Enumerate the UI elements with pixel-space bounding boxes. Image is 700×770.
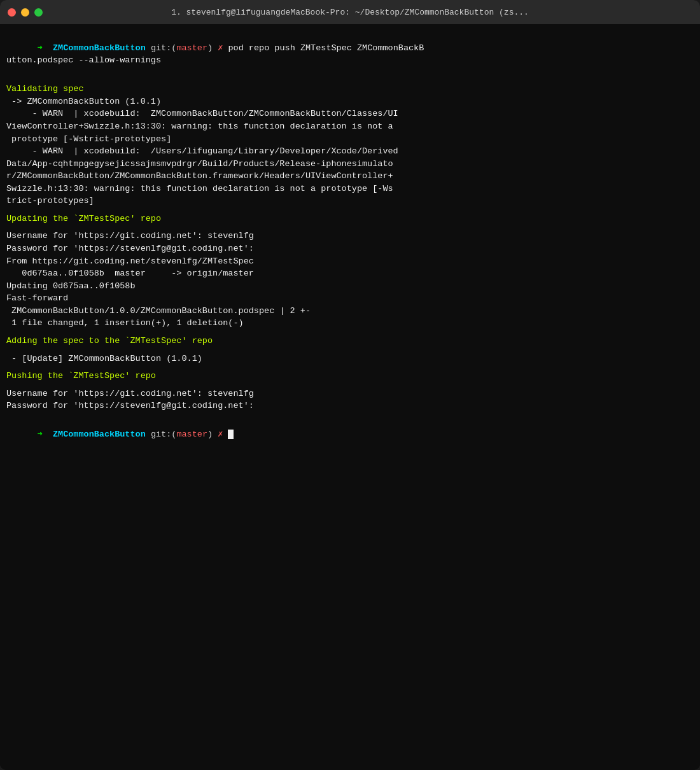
podspec-change-line: ZMCommonBackButton/1.0.0/ZMCommonBackBut… [6, 305, 694, 318]
pushing-header: Pushing the `ZMTestSpec' repo [6, 370, 694, 382]
prompt-branch-1: master [176, 43, 207, 53]
prompt-git-label-2: git: [146, 430, 172, 439]
validating-spec-header: Validating spec [6, 83, 694, 95]
updating-header: Updating the `ZMTestSpec' repo [6, 213, 694, 225]
spec-version-line: -> ZMCommonBackButton (1.0.1) [6, 95, 694, 108]
prompt-dir-2: ZMCommonBackButton [53, 430, 146, 439]
prompt-dir-1: ZMCommonBackButton [53, 43, 146, 53]
terminal-body[interactable]: ➜ ZMCommonBackButton git:(master) ✗ pod … [0, 24, 700, 770]
username-line-1: Username for 'https://git.coding.net': s… [6, 230, 694, 242]
prompt-line-1: ➜ ZMCommonBackButton git:(master) ✗ pod … [6, 29, 694, 79]
password-line-2: Password for 'https://stevenlfg@git.codi… [6, 400, 694, 412]
prompt-arrow-1: ➜ [38, 43, 53, 53]
updating-commit-line: Updating 0d675aa..0f1058b [6, 280, 694, 293]
from-line: From https://git.coding.net/stevenlfg/ZM… [6, 255, 694, 268]
password-line-1: Password for 'https://stevenlfg@git.codi… [6, 242, 694, 255]
prompt-x-2: ✗ [213, 430, 223, 439]
prompt-branch-close-1: ) [207, 43, 213, 53]
prompt-line-2: ➜ ZMCommonBackButton git:(master) ✗ [6, 416, 694, 454]
username-line-2: Username for 'https://git.coding.net': s… [6, 388, 694, 400]
prompt-x-1: ✗ [213, 43, 223, 53]
warn-line-2: - WARN | xcodebuild: /Users/lifuguang/Li… [6, 145, 694, 207]
prompt-branch-close-2: ) [207, 430, 213, 439]
warn-line-1: - WARN | xcodebuild: ZMCommonBackButton/… [6, 108, 694, 145]
adding-header: Adding the spec to the `ZMTestSpec' repo [6, 335, 694, 347]
close-button[interactable] [8, 8, 16, 17]
fast-forward-line: Fast-forward [6, 292, 694, 305]
window-title: 1. stevenlfg@lifuguangdeMacBook-Pro: ~/D… [171, 8, 529, 17]
prompt-arrow-2: ➜ [38, 430, 53, 439]
file-changed-line: 1 file changed, 1 insertion(+), 1 deleti… [6, 317, 694, 330]
titlebar: 1. stevenlfg@lifuguangdeMacBook-Pro: ~/D… [0, 0, 700, 24]
prompt-cursor-area [223, 430, 228, 439]
traffic-lights [8, 8, 43, 17]
commit-range-line: 0d675aa..0f1058b master -> origin/master [6, 267, 694, 280]
cursor [228, 430, 234, 439]
maximize-button[interactable] [34, 8, 43, 17]
prompt-branch-2: master [176, 430, 207, 439]
update-line: - [Update] ZMCommonBackButton (1.0.1) [6, 353, 694, 365]
minimize-button[interactable] [21, 8, 29, 17]
prompt-git-label-1: git: [146, 43, 172, 53]
terminal-window: 1. stevenlfg@lifuguangdeMacBook-Pro: ~/D… [0, 0, 700, 770]
